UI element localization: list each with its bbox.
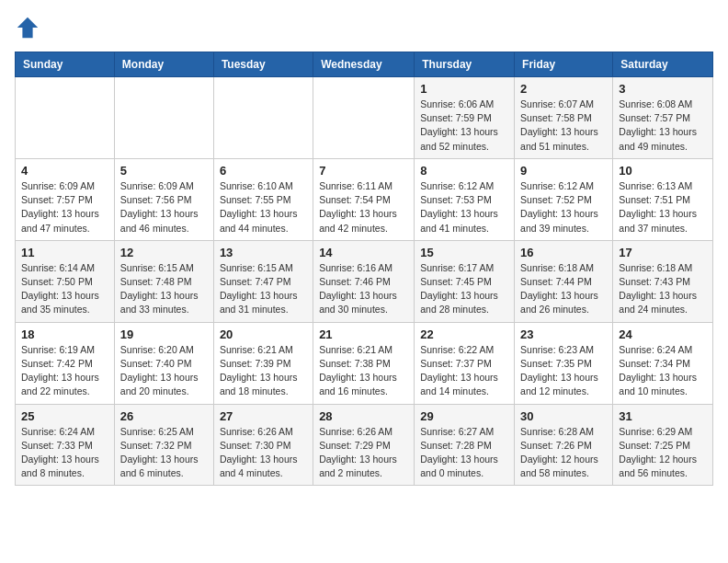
- svg-marker-0: [17, 17, 38, 38]
- day-info: Sunrise: 6:25 AM Sunset: 7:32 PM Dayligh…: [120, 425, 208, 481]
- day-info: Sunrise: 6:17 AM Sunset: 7:45 PM Dayligh…: [420, 261, 508, 317]
- weekday-header-sunday: Sunday: [16, 52, 115, 77]
- calendar-week-row: 25Sunrise: 6:24 AM Sunset: 7:33 PM Dayli…: [16, 404, 713, 486]
- day-number: 28: [319, 409, 408, 423]
- calendar-cell: 5Sunrise: 6:09 AM Sunset: 7:56 PM Daylig…: [114, 158, 213, 240]
- weekday-header-wednesday: Wednesday: [313, 52, 415, 77]
- day-number: 11: [21, 246, 108, 259]
- day-number: 31: [619, 409, 707, 423]
- logo-icon: [15, 15, 40, 40]
- calendar-cell: 7Sunrise: 6:11 AM Sunset: 7:54 PM Daylig…: [313, 158, 415, 240]
- day-info: Sunrise: 6:11 AM Sunset: 7:54 PM Dayligh…: [319, 179, 408, 236]
- calendar-cell: 14Sunrise: 6:16 AM Sunset: 7:46 PM Dayli…: [313, 240, 415, 322]
- day-info: Sunrise: 6:18 AM Sunset: 7:43 PM Dayligh…: [619, 261, 707, 317]
- day-info: Sunrise: 6:26 AM Sunset: 7:30 PM Dayligh…: [220, 425, 307, 481]
- weekday-header-tuesday: Tuesday: [213, 52, 313, 77]
- calendar-cell: [313, 77, 415, 159]
- day-number: 22: [420, 327, 508, 341]
- calendar-cell: 24Sunrise: 6:24 AM Sunset: 7:34 PM Dayli…: [613, 322, 713, 404]
- calendar-cell: 31Sunrise: 6:29 AM Sunset: 7:25 PM Dayli…: [613, 404, 713, 486]
- weekday-header-friday: Friday: [515, 52, 613, 77]
- day-number: 10: [619, 164, 707, 178]
- day-number: 18: [21, 327, 108, 341]
- day-info: Sunrise: 6:15 AM Sunset: 7:47 PM Dayligh…: [220, 261, 307, 317]
- day-info: Sunrise: 6:06 AM Sunset: 7:59 PM Dayligh…: [420, 98, 508, 154]
- day-number: 27: [220, 409, 307, 423]
- day-info: Sunrise: 6:21 AM Sunset: 7:39 PM Dayligh…: [220, 343, 307, 399]
- calendar-cell: 4Sunrise: 6:09 AM Sunset: 7:57 PM Daylig…: [16, 158, 115, 240]
- calendar-week-row: 11Sunrise: 6:14 AM Sunset: 7:50 PM Dayli…: [16, 240, 713, 322]
- logo: [15, 15, 44, 40]
- day-number: 16: [520, 246, 607, 259]
- day-number: 2: [520, 82, 607, 96]
- day-info: Sunrise: 6:24 AM Sunset: 7:33 PM Dayligh…: [21, 425, 108, 481]
- day-number: 26: [120, 409, 208, 423]
- calendar-cell: 11Sunrise: 6:14 AM Sunset: 7:50 PM Dayli…: [16, 240, 115, 322]
- calendar-cell: 12Sunrise: 6:15 AM Sunset: 7:48 PM Dayli…: [114, 240, 213, 322]
- day-info: Sunrise: 6:09 AM Sunset: 7:56 PM Dayligh…: [120, 179, 208, 236]
- day-info: Sunrise: 6:14 AM Sunset: 7:50 PM Dayligh…: [21, 261, 108, 317]
- day-number: 13: [220, 246, 307, 259]
- page-header: [15, 15, 713, 40]
- day-number: 25: [21, 409, 108, 423]
- weekday-header-row: SundayMondayTuesdayWednesdayThursdayFrid…: [16, 52, 713, 77]
- day-number: 19: [120, 327, 208, 341]
- calendar-cell: 23Sunrise: 6:23 AM Sunset: 7:35 PM Dayli…: [515, 322, 613, 404]
- calendar-cell: [213, 77, 313, 159]
- calendar-cell: 6Sunrise: 6:10 AM Sunset: 7:55 PM Daylig…: [213, 158, 313, 240]
- day-info: Sunrise: 6:20 AM Sunset: 7:40 PM Dayligh…: [120, 343, 208, 399]
- calendar-week-row: 18Sunrise: 6:19 AM Sunset: 7:42 PM Dayli…: [16, 322, 713, 404]
- day-info: Sunrise: 6:24 AM Sunset: 7:34 PM Dayligh…: [619, 343, 707, 399]
- day-info: Sunrise: 6:22 AM Sunset: 7:37 PM Dayligh…: [420, 343, 508, 399]
- weekday-header-monday: Monday: [114, 52, 213, 77]
- calendar-cell: 13Sunrise: 6:15 AM Sunset: 7:47 PM Dayli…: [213, 240, 313, 322]
- day-info: Sunrise: 6:09 AM Sunset: 7:57 PM Dayligh…: [21, 179, 108, 236]
- day-number: 24: [619, 327, 707, 341]
- calendar-week-row: 1Sunrise: 6:06 AM Sunset: 7:59 PM Daylig…: [16, 77, 713, 159]
- day-info: Sunrise: 6:12 AM Sunset: 7:53 PM Dayligh…: [420, 179, 508, 236]
- calendar-cell: [16, 77, 115, 159]
- day-number: 30: [520, 409, 607, 423]
- weekday-header-thursday: Thursday: [415, 52, 515, 77]
- calendar-cell: 2Sunrise: 6:07 AM Sunset: 7:58 PM Daylig…: [515, 77, 613, 159]
- calendar-cell: 25Sunrise: 6:24 AM Sunset: 7:33 PM Dayli…: [16, 404, 115, 486]
- weekday-header-saturday: Saturday: [613, 52, 713, 77]
- day-number: 3: [619, 82, 707, 96]
- calendar-cell: 19Sunrise: 6:20 AM Sunset: 7:40 PM Dayli…: [114, 322, 213, 404]
- calendar-cell: 28Sunrise: 6:26 AM Sunset: 7:29 PM Dayli…: [313, 404, 415, 486]
- calendar-cell: 21Sunrise: 6:21 AM Sunset: 7:38 PM Dayli…: [313, 322, 415, 404]
- calendar-cell: 17Sunrise: 6:18 AM Sunset: 7:43 PM Dayli…: [613, 240, 713, 322]
- calendar-cell: 15Sunrise: 6:17 AM Sunset: 7:45 PM Dayli…: [415, 240, 515, 322]
- day-number: 5: [120, 164, 208, 178]
- day-number: 15: [420, 246, 508, 259]
- day-info: Sunrise: 6:18 AM Sunset: 7:44 PM Dayligh…: [520, 261, 607, 317]
- day-number: 12: [120, 246, 208, 259]
- day-info: Sunrise: 6:21 AM Sunset: 7:38 PM Dayligh…: [319, 343, 408, 399]
- calendar-cell: 10Sunrise: 6:13 AM Sunset: 7:51 PM Dayli…: [613, 158, 713, 240]
- calendar-week-row: 4Sunrise: 6:09 AM Sunset: 7:57 PM Daylig…: [16, 158, 713, 240]
- day-number: 21: [319, 327, 408, 341]
- calendar-cell: 3Sunrise: 6:08 AM Sunset: 7:57 PM Daylig…: [613, 77, 713, 159]
- day-number: 1: [420, 82, 508, 96]
- calendar-cell: 27Sunrise: 6:26 AM Sunset: 7:30 PM Dayli…: [213, 404, 313, 486]
- day-number: 17: [619, 246, 707, 259]
- calendar-cell: 20Sunrise: 6:21 AM Sunset: 7:39 PM Dayli…: [213, 322, 313, 404]
- day-number: 29: [420, 409, 508, 423]
- day-info: Sunrise: 6:28 AM Sunset: 7:26 PM Dayligh…: [520, 425, 607, 481]
- day-info: Sunrise: 6:23 AM Sunset: 7:35 PM Dayligh…: [520, 343, 607, 399]
- calendar-cell: 29Sunrise: 6:27 AM Sunset: 7:28 PM Dayli…: [415, 404, 515, 486]
- calendar-cell: 18Sunrise: 6:19 AM Sunset: 7:42 PM Dayli…: [16, 322, 115, 404]
- day-info: Sunrise: 6:19 AM Sunset: 7:42 PM Dayligh…: [21, 343, 108, 399]
- day-info: Sunrise: 6:08 AM Sunset: 7:57 PM Dayligh…: [619, 98, 707, 154]
- calendar-cell: 1Sunrise: 6:06 AM Sunset: 7:59 PM Daylig…: [415, 77, 515, 159]
- day-info: Sunrise: 6:27 AM Sunset: 7:28 PM Dayligh…: [420, 425, 508, 481]
- day-info: Sunrise: 6:10 AM Sunset: 7:55 PM Dayligh…: [220, 179, 307, 236]
- day-info: Sunrise: 6:15 AM Sunset: 7:48 PM Dayligh…: [120, 261, 208, 317]
- day-number: 9: [520, 164, 607, 178]
- day-info: Sunrise: 6:07 AM Sunset: 7:58 PM Dayligh…: [520, 98, 607, 154]
- calendar-table: SundayMondayTuesdayWednesdayThursdayFrid…: [15, 52, 713, 486]
- day-number: 23: [520, 327, 607, 341]
- calendar-cell: 22Sunrise: 6:22 AM Sunset: 7:37 PM Dayli…: [415, 322, 515, 404]
- day-info: Sunrise: 6:13 AM Sunset: 7:51 PM Dayligh…: [619, 179, 707, 236]
- calendar-cell: 8Sunrise: 6:12 AM Sunset: 7:53 PM Daylig…: [415, 158, 515, 240]
